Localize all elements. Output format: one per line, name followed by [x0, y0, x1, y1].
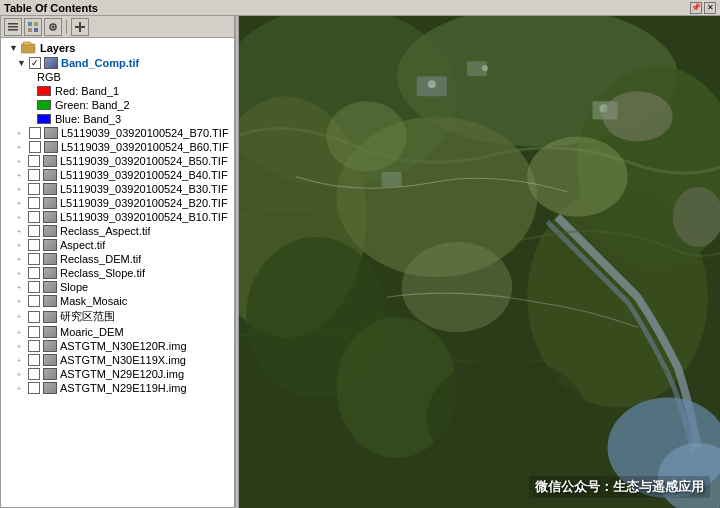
svg-rect-10 [75, 26, 85, 28]
l5119039-b40-item[interactable]: + L5119039_03920100524_B40.TIF [1, 168, 234, 182]
b70-checkbox[interactable] [29, 127, 41, 139]
l5119039-b10-item[interactable]: + L5119039_03920100524_B10.TIF [1, 210, 234, 224]
astgtm-n29e119h-item[interactable]: + ASTGTM_N29E119H.img [1, 381, 234, 395]
svg-point-26 [428, 80, 436, 88]
source-view-button[interactable] [24, 18, 42, 36]
b60-checkbox[interactable] [29, 141, 41, 153]
astgtm-n29e119h-checkbox[interactable] [28, 382, 40, 394]
b40-checkbox[interactable] [28, 169, 40, 181]
slope-checkbox[interactable] [28, 281, 40, 293]
astgtm-n29e120j-item[interactable]: + ASTGTM_N29E120J.img [1, 367, 234, 381]
b60-expand-icon: + [17, 144, 27, 151]
reclass-aspect-item[interactable]: + Reclass_Aspect.tif [1, 224, 234, 238]
b50-checkbox[interactable] [28, 155, 40, 167]
b40-raster-icon [43, 169, 57, 181]
reclass-aspect-checkbox[interactable] [28, 225, 40, 237]
rgb-label: RGB [37, 71, 61, 83]
layers-root[interactable]: ▼ Layers [1, 40, 234, 56]
svg-point-35 [603, 91, 673, 141]
research-area-label: 研究区范围 [60, 309, 115, 324]
svg-rect-3 [28, 22, 32, 26]
svg-rect-4 [34, 22, 38, 26]
map-panel: 微信公众号：生态与遥感应用 [239, 16, 720, 508]
research-area-checkbox[interactable] [28, 311, 40, 323]
toolbar-separator [66, 20, 67, 34]
b70-label: L5119039_03920100524_B70.TIF [61, 127, 229, 139]
l5119039-b20-item[interactable]: + L5119039_03920100524_B20.TIF [1, 196, 234, 210]
svg-rect-2 [8, 29, 18, 31]
b10-raster-icon [43, 211, 57, 223]
mask-mosaic-checkbox[interactable] [28, 295, 40, 307]
b20-raster-icon [43, 197, 57, 209]
l5119039-b70-item[interactable]: + L5119039_03920100524_B70.TIF [1, 126, 234, 140]
reclass-dem-checkbox[interactable] [28, 253, 40, 265]
svg-rect-0 [8, 23, 18, 25]
astgtm-n30e119x-raster-icon [43, 354, 57, 366]
close-title-button[interactable]: ✕ [704, 2, 716, 14]
reclass-slope-item[interactable]: + Reclass_Slope.tif [1, 266, 234, 280]
layers-expand-icon: ▼ [9, 43, 19, 53]
slope-item[interactable]: + Slope [1, 280, 234, 294]
pin-button[interactable]: 📌 [690, 2, 702, 14]
l5119039-b30-item[interactable]: + L5119039_03920100524_B30.TIF [1, 182, 234, 196]
satellite-image: 微信公众号：生态与遥感应用 [239, 16, 720, 508]
b10-label: L5119039_03920100524_B10.TIF [60, 211, 228, 223]
green-legend-color [37, 100, 51, 110]
l5119039-b50-item[interactable]: + L5119039_03920100524_B50.TIF [1, 154, 234, 168]
svg-rect-1 [8, 26, 18, 28]
reclass-aspect-raster-icon [43, 225, 57, 237]
l5119039-b60-item[interactable]: + L5119039_03920100524_B60.TIF [1, 140, 234, 154]
svg-rect-25 [382, 172, 402, 187]
band-comp-item[interactable]: ▼ Band_Comp.tif [1, 56, 234, 70]
toc-title-bar: Table Of Contents 📌 ✕ [0, 0, 720, 16]
moaric-dem-label: Moaric_DEM [60, 326, 124, 338]
b50-raster-icon [43, 155, 57, 167]
b30-raster-icon [43, 183, 57, 195]
add-layer-button[interactable] [71, 18, 89, 36]
blue-band-label: Blue: Band_3 [55, 113, 121, 125]
red-legend-color [37, 86, 51, 96]
b10-checkbox[interactable] [28, 211, 40, 223]
astgtm-n29e119h-label: ASTGTM_N29E119H.img [60, 382, 187, 394]
rgb-label-item: RGB [1, 70, 234, 84]
slope-label: Slope [60, 281, 88, 293]
visibility-button[interactable] [44, 18, 62, 36]
svg-point-32 [527, 136, 627, 216]
reclass-slope-raster-icon [43, 267, 57, 279]
research-area-item[interactable]: + 研究区范围 [1, 308, 234, 325]
svg-rect-5 [28, 28, 32, 32]
band-comp-raster-icon [44, 57, 58, 69]
layers-label: Layers [40, 42, 75, 54]
astgtm-n29e120j-label: ASTGTM_N29E120J.img [60, 368, 184, 380]
band-comp-checkbox[interactable] [29, 57, 41, 69]
reclass-dem-item[interactable]: + Reclass_DEM.tif [1, 252, 234, 266]
svg-rect-6 [34, 28, 38, 32]
astgtm-n30e119x-checkbox[interactable] [28, 354, 40, 366]
svg-point-33 [326, 101, 406, 171]
aspect-label: Aspect.tif [60, 239, 105, 251]
moaric-dem-item[interactable]: + Moaric_DEM [1, 325, 234, 339]
astgtm-n30e120r-label: ASTGTM_N30E120R.img [60, 340, 187, 352]
astgtm-n30e119x-item[interactable]: + ASTGTM_N30E119X.img [1, 353, 234, 367]
green-band-label: Green: Band_2 [55, 99, 130, 111]
red-band-label: Red: Band_1 [55, 85, 119, 97]
b20-checkbox[interactable] [28, 197, 40, 209]
astgtm-n30e120r-checkbox[interactable] [28, 340, 40, 352]
svg-point-8 [52, 25, 55, 28]
aspect-item[interactable]: + Aspect.tif [1, 238, 234, 252]
reclass-slope-checkbox[interactable] [28, 267, 40, 279]
mask-mosaic-item[interactable]: + Mask_Mosaic [1, 294, 234, 308]
b40-label: L5119039_03920100524_B40.TIF [60, 169, 228, 181]
svg-rect-12 [23, 42, 31, 45]
moaric-dem-checkbox[interactable] [28, 326, 40, 338]
astgtm-n29e120j-checkbox[interactable] [28, 368, 40, 380]
astgtm-n30e120r-item[interactable]: + ASTGTM_N30E120R.img [1, 339, 234, 353]
svg-rect-11 [21, 44, 35, 53]
toc-panel-title: Table Of Contents [4, 2, 98, 14]
aspect-checkbox[interactable] [28, 239, 40, 251]
list-view-button[interactable] [4, 18, 22, 36]
mask-mosaic-raster-icon [43, 295, 57, 307]
blue-legend-color [37, 114, 51, 124]
b30-checkbox[interactable] [28, 183, 40, 195]
content-area: ▼ Layers ▼ Band_Comp.tif RGB [0, 16, 720, 508]
